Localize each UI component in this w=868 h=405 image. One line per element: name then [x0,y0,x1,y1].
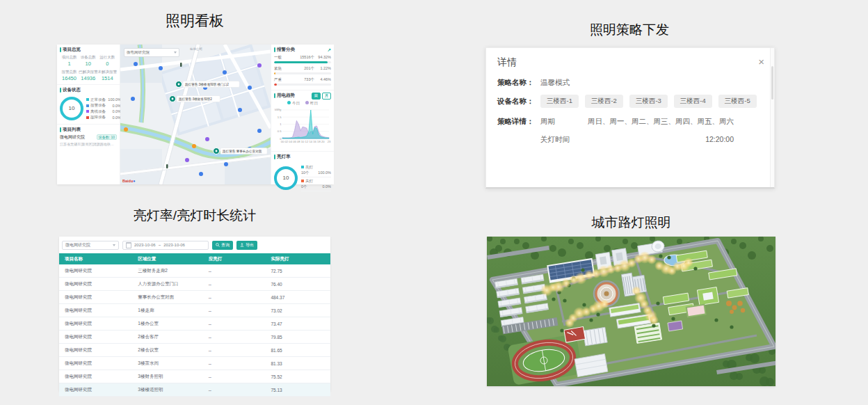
stat-label: 未解决报警 [98,70,118,74]
light-rate-line1: 关灯 [301,179,331,184]
alarm-bar-fill [274,61,328,63]
close-icon[interactable]: × [758,56,764,67]
svg-text:20: 20 [321,140,325,143]
svg-text:0.5: 0.5 [278,129,282,133]
usage-chart-legend: 今日昨日 [274,101,331,106]
svg-text:12: 12 [305,140,309,143]
table-row[interactable]: 微电网研究院3楼财务照明--75.52 [59,370,330,383]
street-light-glow [600,299,609,309]
legend-label: 报警设备 [90,103,106,108]
table-row[interactable]: 微电网研究院三楼财务走廊2--72.75 [59,264,330,278]
light-stats-panel: 微电网研究院 2023-10-06 ~ 2023-10-06 查询 导出 项目名… [59,237,330,391]
table-cell: 董事长办公室对面 [132,294,202,301]
alarm-category-section: 报警分类 ↗ 一般15516个94.32%紧急201个1.22%严重733个4.… [271,45,334,90]
legend-pct: 100.0% [106,97,121,102]
svg-text:路灯警告:3楼楼道照明 楼门口2: 路灯警告:3楼楼道照明 楼门口2 [185,82,229,87]
svg-text:2: 2 [280,108,282,111]
svg-text:18: 18 [317,140,321,143]
light-rate-pct: 100.0% [318,170,331,175]
alarm-category-rows: 一般15516个94.32%紧急201个1.22%严重733个4.46% [274,55,331,86]
light-rate-legend-item: 亮灯10个100.0% [301,165,331,177]
detail-value: 12:20:00 [705,135,734,145]
usage-range-toggle: 日月 [312,93,331,100]
legend-label: 故障设备 [90,115,106,120]
dialog-scrollbar[interactable] [770,48,774,187]
table-row[interactable]: 微电网研究院3楼楼道照明--75.13 [59,383,330,397]
table-row[interactable]: 微电网研究院3楼茶水间--81.33 [59,357,330,370]
table-cell: 3楼财务照明 [132,374,202,380]
table-cell: 72.75 [265,269,330,273]
table-row[interactable]: 微电网研究院2楼会客厅--79.85 [59,331,330,344]
table-row[interactable]: 微电网研究院1楼办公室--73.47 [59,317,330,331]
city-title: 城市路灯照明 [487,214,775,232]
device-tag: 三楼西-1 [540,95,579,108]
map-warning-marker[interactable]: 路灯警告:董事长办公室对面 [214,148,268,154]
section-tick [60,127,61,132]
date-range-picker[interactable]: 2023-10-06 ~ 2023-10-06 [122,241,209,250]
table-cell: -- [203,335,266,340]
table-cell: 1楼走廊 [132,308,202,314]
export-button[interactable]: 导出 [236,241,257,250]
alarm-row: 紧急201个1.22% [274,66,331,74]
light-rate-donut: 10 [274,166,298,190]
table-cell: 人力资源办公室门口 [132,281,202,287]
map-canvas[interactable]: 电缆公司 路灯警告:3楼楼道照明 楼门口2路灯警告:3楼财务照明2路灯警告:董事… [120,45,271,184]
overview-stat: 设备总数10 [79,55,98,67]
dashboard-left-column: 项目总览 项目总数1设备总数10运行天数0报警总数16450已解决报警14936… [57,45,120,184]
stat-label: 运行天数 [98,55,118,60]
table-cell: 微电网研究院 [59,281,132,287]
project-select[interactable]: 微电网研究院 [62,241,119,250]
map-svg: 电缆公司 路灯警告:3楼楼道照明 楼门口2路灯警告:3楼财务照明2路灯警告:董事… [120,45,271,184]
table-cell: 76.40 [265,282,330,287]
column-header: 实际亮灯 [265,256,330,262]
table-cell: 2楼会客厅 [132,334,202,340]
svg-text:10: 10 [301,140,305,143]
svg-text:路灯警告:3楼财务照明2: 路灯警告:3楼财务照明2 [179,97,212,102]
alarm-pct: 1.22% [314,66,331,70]
table-row[interactable]: 微电网研究院2楼会议室--81.65 [59,344,330,357]
project-address: 江苏省无锡市[新吴区]清源路地铁站6号口 [60,142,117,146]
table-row[interactable]: 微电网研究院1楼走廊--73.02 [59,304,330,317]
legend-pct: 0.0% [106,104,121,108]
alarm-label: 紧急 [274,66,296,71]
strategy-detail-dialog: 详情 × 策略名称： 温馨模式 设备名称： 三楼西-1三楼西-2三楼西-3三楼西… [485,47,775,189]
map-search-select[interactable]: 微电网研究院 [124,48,179,57]
overview-stat: 运行天数0 [98,55,118,67]
project-name: 微电网研究院 [60,134,85,141]
expand-icon[interactable]: ↗ [328,47,331,53]
light-rate-line2: 0个0.0% [301,184,331,191]
usage-trend-chart: kWh00.511.52000204060810121416182023 [274,106,331,147]
query-button[interactable]: 查询 [212,241,233,250]
table-cell: 81.65 [265,348,330,353]
project-overview-label: 项目总览 [63,47,81,53]
detail-key: 关灯时间 [540,135,570,145]
table-row[interactable]: 微电网研究院人力资源办公室门口--76.40 [59,278,330,291]
overview-stat: 已解决报警14936 [79,70,98,81]
alarm-count: 201个 [296,66,314,71]
street-light-glow [565,318,574,328]
map-warning-marker[interactable]: 路灯警告:3楼楼道照明 楼门口2 [176,81,240,88]
date-start: 2023-10-06 [134,243,156,247]
device-tag: 三楼西-2 [585,95,623,108]
usage-toggle-button[interactable]: 月 [322,93,331,100]
column-header: 项目名称 [59,256,132,262]
light-rate-label: 关灯 [305,179,313,184]
light-rate-legend-item: 关灯0个0.0% [301,179,331,191]
map-search-value: 微电网研究院 [127,50,150,55]
legend-label: 正常设备 [90,97,106,102]
usage-toggle-button[interactable]: 日 [312,93,321,100]
column-header: 区域位置 [132,256,202,262]
usage-legend-item: 今日 [287,101,300,106]
scrollbar-thumb[interactable] [771,66,773,100]
device-status-donut: 10 [60,97,83,120]
lighting-dashboard-panel: 项目总览 项目总数1设备总数10运行天数0报警总数16450已解决报警14936… [57,45,332,184]
project-select-value: 微电网研究院 [65,242,90,248]
project-list-item[interactable]: 微电网研究院 设备数: 10 [60,134,117,141]
street-light-glow [684,257,693,267]
map-warning-marker[interactable]: 路灯警告:3楼财务照明2 [170,96,220,102]
svg-text:06: 06 [293,140,296,143]
table-cell: 3楼茶水间 [132,360,202,367]
table-row[interactable]: 微电网研究院董事长办公室对面--484.37 [59,291,330,304]
table-cell: 3楼楼道照明 [132,387,202,393]
svg-text:08: 08 [297,140,300,143]
